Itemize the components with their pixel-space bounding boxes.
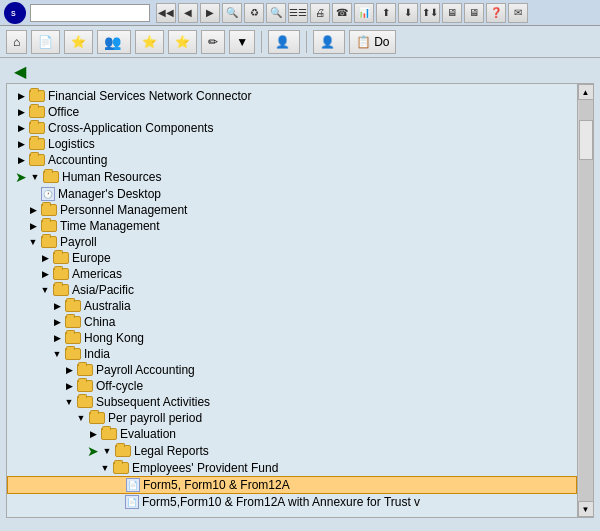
mail-icon[interactable]: ✉ — [508, 3, 528, 23]
assign-users-btn[interactable]: 👤 — [313, 30, 345, 54]
tree-item-form5-annexure[interactable]: 📄Form5,Form10 & From12A with Annexure fo… — [7, 494, 577, 510]
tree-item-time-mgmt[interactable]: ▶Time Management — [7, 218, 577, 234]
tree-item-label: Europe — [72, 251, 111, 265]
tree-item-asiapacific[interactable]: ▼Asia/Pacific — [7, 282, 577, 298]
tree-item-epf[interactable]: ▼Employees' Provident Fund — [7, 460, 577, 476]
pencil-icon: ✏ — [208, 35, 218, 49]
tree-item-office[interactable]: ▶Office — [7, 104, 577, 120]
command-input[interactable] — [30, 4, 150, 22]
tree-toggle[interactable]: ▼ — [75, 412, 87, 424]
upload-icon[interactable]: ⬆ — [376, 3, 396, 23]
main-content: ▶Financial Services Network Connector▶Of… — [6, 83, 594, 518]
tree-item-accounting[interactable]: ▶Accounting — [7, 152, 577, 168]
scroll-up-btn[interactable]: ▲ — [578, 84, 594, 100]
download-icon[interactable]: ⬇ — [398, 3, 418, 23]
phone-icon[interactable]: ☎ — [332, 3, 352, 23]
tree-toggle[interactable]: ▶ — [63, 364, 75, 376]
tree-item-hongkong[interactable]: ▶Hong Kong — [7, 330, 577, 346]
nav-back-icon[interactable]: ◀◀ — [156, 3, 176, 23]
create-role-btn[interactable]: 👤 — [268, 30, 300, 54]
binoculars-icon[interactable]: ☰☰ — [288, 3, 308, 23]
home-icon: ⌂ — [13, 35, 20, 49]
pencil-btn[interactable]: ✏ — [201, 30, 225, 54]
tree-item-managers-desktop[interactable]: 🕐Manager's Desktop — [7, 186, 577, 202]
tree-toggle[interactable] — [111, 496, 123, 508]
tree-toggle[interactable]: ▶ — [15, 90, 27, 102]
tree-item-europe[interactable]: ▶Europe — [7, 250, 577, 266]
updown-icon[interactable]: ⬆⬇ — [420, 3, 440, 23]
tree-toggle[interactable]: ▼ — [63, 396, 75, 408]
tree-item-china[interactable]: ▶China — [7, 314, 577, 330]
scrollbar[interactable]: ▲ ▼ — [577, 84, 593, 517]
tree-item-form5[interactable]: 📄Form5, Form10 & From12A — [7, 476, 577, 494]
tree-item-cross-app[interactable]: ▶Cross-Application Components — [7, 120, 577, 136]
tree-item-logistics[interactable]: ▶Logistics — [7, 136, 577, 152]
tree-toggle[interactable]: ▶ — [15, 154, 27, 166]
tree-toggle[interactable]: ▼ — [39, 284, 51, 296]
nav-prev-icon[interactable]: ◀ — [178, 3, 198, 23]
help-icon[interactable]: ❓ — [486, 3, 506, 23]
tree-toggle[interactable]: ▼ — [29, 171, 41, 183]
window1-icon[interactable]: 🖥 — [442, 3, 462, 23]
scroll-track[interactable] — [579, 100, 593, 501]
tree-item-payroll[interactable]: ▼Payroll — [7, 234, 577, 250]
tree-item-per-payroll[interactable]: ▼Per payroll period — [7, 410, 577, 426]
search-icon[interactable]: 🔍 — [222, 3, 242, 23]
do-btn[interactable]: 📋 Do — [349, 30, 396, 54]
document-icon: 📄 — [125, 495, 139, 509]
star2-btn[interactable]: ⭐ — [135, 30, 164, 54]
tree-toggle[interactable]: ▶ — [87, 428, 99, 440]
tree-toggle[interactable]: ▼ — [51, 348, 63, 360]
tree-toggle[interactable]: ▼ — [99, 462, 111, 474]
home-btn[interactable]: ⌂ — [6, 30, 27, 54]
tree-item-americas[interactable]: ▶Americas — [7, 266, 577, 282]
tree-item-legal-reports[interactable]: ➤▼Legal Reports — [7, 442, 577, 460]
tree-item-hr[interactable]: ➤▼Human Resources — [7, 168, 577, 186]
dropdown-btn[interactable]: ▼ — [229, 30, 255, 54]
other-menu-btn[interactable]: 👥 — [97, 30, 131, 54]
tree-toggle[interactable]: ▶ — [15, 138, 27, 150]
nav-fwd-icon[interactable]: ▶ — [200, 3, 220, 23]
tree-toggle[interactable]: ▶ — [51, 300, 63, 312]
assign-users-icon: 👤 — [320, 35, 335, 49]
tree-item-evaluation[interactable]: ▶Evaluation — [7, 426, 577, 442]
tree-toggle[interactable] — [112, 479, 124, 491]
new-btn[interactable]: 📄 — [31, 30, 60, 54]
tree-item-label: China — [84, 315, 115, 329]
tree-toggle[interactable] — [27, 188, 39, 200]
tree-toggle[interactable]: ▶ — [51, 316, 63, 328]
tree-item-payroll-accounting[interactable]: ▶Payroll Accounting — [7, 362, 577, 378]
chart-icon[interactable]: 📊 — [354, 3, 374, 23]
print-icon[interactable]: 🖨 — [310, 3, 330, 23]
scroll-thumb[interactable] — [579, 120, 593, 160]
sap-logo: S — [4, 2, 26, 24]
tree-toggle[interactable]: ▼ — [101, 445, 113, 457]
tree-item-india[interactable]: ▼India — [7, 346, 577, 362]
folder-icon — [43, 171, 59, 183]
tree-item-australia[interactable]: ▶Australia — [7, 298, 577, 314]
tree-toggle[interactable]: ▼ — [27, 236, 39, 248]
refresh-icon[interactable]: ♻ — [244, 3, 264, 23]
tree-item-label: Logistics — [48, 137, 95, 151]
scroll-down-btn[interactable]: ▼ — [578, 501, 594, 517]
tree-toggle[interactable]: ▶ — [15, 106, 27, 118]
tree-item-financial[interactable]: ▶Financial Services Network Connector — [7, 88, 577, 104]
search2-icon[interactable]: 🔍 — [266, 3, 286, 23]
window2-icon[interactable]: 🖥 — [464, 3, 484, 23]
tree-item-off-cycle[interactable]: ▶Off-cycle — [7, 378, 577, 394]
tree-toggle[interactable]: ▶ — [39, 252, 51, 264]
tree-toggle[interactable]: ▶ — [27, 220, 39, 232]
tree-item-personnel[interactable]: ▶Personnel Management — [7, 202, 577, 218]
tree-toggle[interactable]: ▶ — [63, 380, 75, 392]
tree-area[interactable]: ▶Financial Services Network Connector▶Of… — [7, 84, 577, 517]
folder-icon — [77, 380, 93, 392]
tree-toggle[interactable]: ▶ — [15, 122, 27, 134]
tree-toggle[interactable]: ▶ — [27, 204, 39, 216]
tree-toggle[interactable]: ▶ — [51, 332, 63, 344]
folder-icon — [41, 204, 57, 216]
tree-item-subsequent[interactable]: ▼Subsequent Activities — [7, 394, 577, 410]
star3-btn[interactable]: ⭐ — [168, 30, 197, 54]
tree-item-label: Manager's Desktop — [58, 187, 161, 201]
tree-toggle[interactable]: ▶ — [39, 268, 51, 280]
star-btn[interactable]: ⭐ — [64, 30, 93, 54]
